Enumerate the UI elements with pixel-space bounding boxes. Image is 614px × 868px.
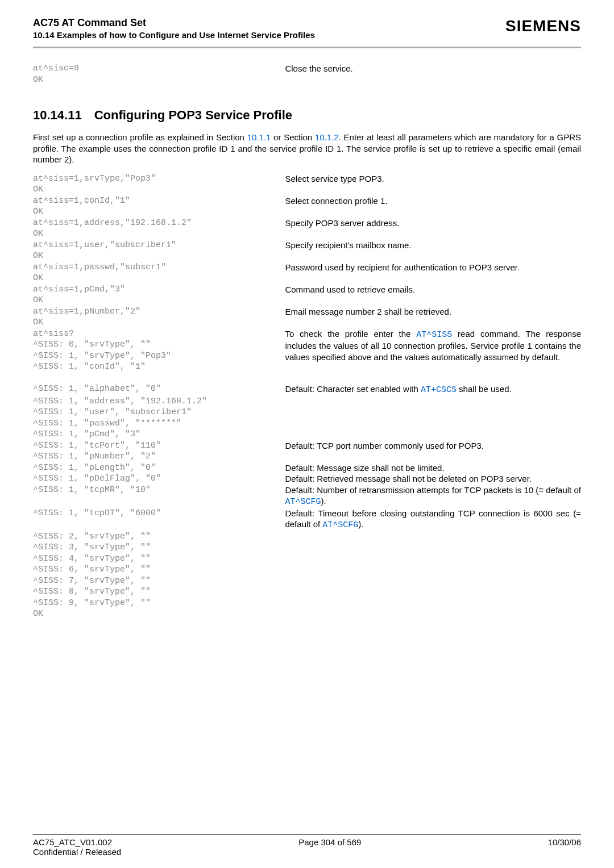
at-command-link[interactable]: AT+CSCS bbox=[421, 385, 457, 395]
code-block: at^siss=1,srvType,"Pop3"Select service t… bbox=[33, 173, 581, 328]
code-desc: Command used to retrieve emails. bbox=[285, 284, 581, 295]
code-row: at^siss=1,user,"subscriber1"Specify reci… bbox=[33, 240, 581, 251]
code-text: ^SISS: 0, "srvType", "" bbox=[33, 339, 285, 350]
code-left: ^SISS: 1, "address", "192.168.1.2" bbox=[33, 396, 285, 407]
code-desc bbox=[285, 418, 581, 429]
code-left: OK bbox=[33, 608, 285, 620]
code-left: OK bbox=[33, 251, 285, 262]
code-desc: To check the profile enter the AT^SISS r… bbox=[285, 328, 581, 384]
at-command-link[interactable]: AT^SCFG bbox=[322, 520, 358, 530]
code-row: ^SISS: 7, "srvType", "" bbox=[33, 575, 581, 587]
at-command-link[interactable]: AT^SISS bbox=[416, 330, 452, 340]
code-desc bbox=[285, 407, 581, 418]
code-text: at^siss? bbox=[33, 328, 285, 340]
code-left: at^siss=1,pCmd,"3" bbox=[33, 284, 285, 295]
code-row: ^SISS: 1, "alphabet", "0" Default: Chara… bbox=[33, 383, 581, 396]
code-row: ^SISS: 4, "srvType", "" bbox=[33, 553, 581, 565]
doc-subtitle: 10.14 Examples of how to Configure and U… bbox=[33, 30, 315, 40]
header-left: AC75 AT Command Set 10.14 Examples of ho… bbox=[33, 17, 315, 40]
desc-text: Default: Number of retransmission attemp… bbox=[285, 485, 581, 495]
code-row: at^siss=1,pNumber,"2"Email message numbe… bbox=[33, 306, 581, 318]
code-row: OK bbox=[33, 251, 581, 262]
code-row: ^SISS: 1, "passwd", "*******" bbox=[33, 418, 581, 429]
code-left: at^sisc=9 bbox=[33, 63, 285, 74]
footer: AC75_ATC_V01.002 Page 304 of 569 10/30/0… bbox=[33, 834, 581, 857]
doc-title: AC75 AT Command Set bbox=[33, 17, 315, 29]
code-left: ^SISS: 1, "tcpOT", "6000" bbox=[33, 508, 285, 531]
code-row: at^siss=1,conId,"1"Select connection pro… bbox=[33, 195, 581, 207]
code-desc: Password used by recipient for authentic… bbox=[285, 262, 581, 273]
footer-classification: Confidential / Released bbox=[33, 847, 581, 857]
desc-text: To check the profile enter the bbox=[285, 329, 416, 339]
siemens-logo: SIEMENS bbox=[505, 17, 581, 35]
code-row: OK bbox=[33, 228, 581, 240]
code-left: ^SISS: 1, "pCmd", "3" bbox=[33, 429, 285, 440]
code-left: ^SISS: 1, "alphabet", "0" bbox=[33, 383, 285, 396]
code-desc bbox=[285, 542, 581, 553]
code-left: at^siss=1,pNumber,"2" bbox=[33, 306, 285, 318]
code-desc: Default: TCP port number commonly used f… bbox=[285, 440, 581, 452]
code-desc bbox=[285, 553, 581, 565]
code-row: ^SISS: 1, "pNumber", "2" bbox=[33, 451, 581, 462]
footer-doc-id: AC75_ATC_V01.002 bbox=[33, 837, 112, 847]
header: AC75 AT Command Set 10.14 Examples of ho… bbox=[33, 17, 581, 40]
code-left: ^SISS: 3, "srvType", "" bbox=[33, 542, 285, 553]
code-desc bbox=[285, 74, 581, 86]
code-left: ^SISS: 1, "pNumber", "2" bbox=[33, 451, 285, 462]
code-row: OK bbox=[33, 273, 581, 284]
code-desc bbox=[285, 531, 581, 542]
desc-text: ). bbox=[321, 496, 326, 506]
code-desc: Default: Number of retransmission attemp… bbox=[285, 485, 581, 508]
code-desc bbox=[285, 206, 581, 218]
footer-page: Page 304 of 569 bbox=[298, 837, 361, 847]
code-left: OK bbox=[33, 74, 285, 86]
code-desc: Specify POP3 server address. bbox=[285, 218, 581, 229]
code-row: ^SISS: 1, "tcPort", "110"Default: TCP po… bbox=[33, 440, 581, 452]
desc-text: Default: Character set enabled with bbox=[285, 384, 420, 394]
intro-text: or Section bbox=[271, 132, 315, 142]
code-desc: Default: Character set enabled with AT+C… bbox=[285, 383, 581, 396]
intro-text: First set up a connection profile as exp… bbox=[33, 132, 247, 142]
code-left: at^siss=1,user,"subscriber1" bbox=[33, 240, 285, 251]
code-left: ^SISS: 1, "user", "subscriber1" bbox=[33, 407, 285, 418]
code-left: OK bbox=[33, 317, 285, 328]
code-block: ^SISS: 2, "srvType", ""^SISS: 3, "srvTyp… bbox=[33, 531, 581, 620]
code-left: ^SISS: 1, "tcpMR", "10" bbox=[33, 485, 285, 508]
code-row: OK bbox=[33, 608, 581, 620]
section-link[interactable]: 10.1.2 bbox=[315, 132, 339, 142]
code-row: ^SISS: 1, "pLength", "0"Default: Message… bbox=[33, 462, 581, 474]
code-left: OK bbox=[33, 273, 285, 284]
code-desc bbox=[285, 598, 581, 609]
code-row: ^SISS: 9, "srvType", "" bbox=[33, 598, 581, 609]
code-row: ^SISS: 1, "tcpMR", "10" Default: Number … bbox=[33, 485, 581, 508]
code-row: OK bbox=[33, 184, 581, 195]
code-row: OK bbox=[33, 206, 581, 218]
code-block: ^SISS: 1, "address", "192.168.1.2"^SISS:… bbox=[33, 396, 581, 485]
section-link[interactable]: 10.1.1 bbox=[247, 132, 271, 142]
code-left: at^siss? ^SISS: 0, "srvType", "" ^SISS: … bbox=[33, 328, 285, 384]
code-left: ^SISS: 1, "passwd", "*******" bbox=[33, 418, 285, 429]
code-left: ^SISS: 6, "srvType", "" bbox=[33, 564, 285, 575]
code-desc bbox=[285, 564, 581, 575]
at-command-link[interactable]: AT^SCFG bbox=[285, 497, 321, 507]
code-desc: Default: Timeout before closing outstand… bbox=[285, 508, 581, 531]
code-left: ^SISS: 2, "srvType", "" bbox=[33, 531, 285, 542]
code-row: at^sisc=9 Close the service. bbox=[33, 63, 581, 74]
code-desc bbox=[285, 586, 581, 598]
code-row: OK bbox=[33, 295, 581, 306]
code-left: ^SISS: 1, "tcPort", "110" bbox=[33, 440, 285, 452]
header-rule bbox=[33, 47, 581, 48]
code-desc bbox=[285, 575, 581, 587]
code-row: ^SISS: 3, "srvType", "" bbox=[33, 542, 581, 553]
code-desc bbox=[285, 273, 581, 284]
code-row: at^siss=1,address,"192.168.1.2"Specify P… bbox=[33, 218, 581, 229]
code-left: OK bbox=[33, 228, 285, 240]
desc-text: shall be used. bbox=[457, 384, 512, 394]
code-left: ^SISS: 7, "srvType", "" bbox=[33, 575, 285, 587]
code-desc: Specify recipient's mailbox name. bbox=[285, 240, 581, 251]
desc-text: ). bbox=[358, 519, 363, 529]
code-desc bbox=[285, 228, 581, 240]
code-left: OK bbox=[33, 295, 285, 306]
code-desc: Email message number 2 shall be retrieve… bbox=[285, 306, 581, 318]
code-row: OK bbox=[33, 74, 581, 86]
